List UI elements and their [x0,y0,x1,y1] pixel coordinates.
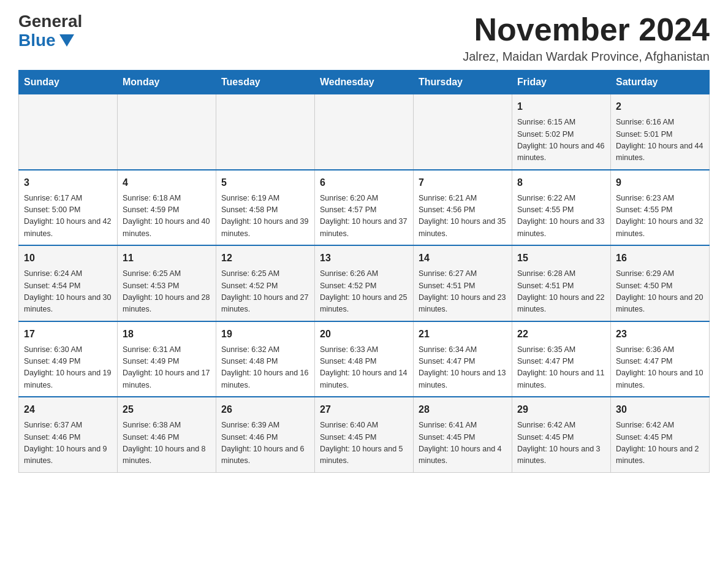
day-info: Sunrise: 6:20 AMSunset: 4:57 PMDaylight:… [320,193,408,240]
day-number: 18 [123,327,211,342]
day-number: 1 [517,99,605,114]
day-info: Sunrise: 6:19 AMSunset: 4:58 PMDaylight:… [221,193,309,240]
calendar-week-row: 24Sunrise: 6:37 AMSunset: 4:46 PMDayligh… [19,397,710,472]
day-info: Sunrise: 6:26 AMSunset: 4:52 PMDaylight:… [320,268,408,316]
day-number: 17 [24,327,112,342]
calendar-cell: 15Sunrise: 6:28 AMSunset: 4:51 PMDayligh… [512,245,611,321]
day-of-week-header: Saturday [611,71,710,94]
calendar-header-row: SundayMondayTuesdayWednesdayThursdayFrid… [19,71,710,94]
calendar-cell: 23Sunrise: 6:36 AMSunset: 4:47 PMDayligh… [611,321,710,397]
day-number: 2 [616,99,704,114]
calendar-cell: 27Sunrise: 6:40 AMSunset: 4:45 PMDayligh… [315,397,414,472]
calendar-cell [19,94,118,170]
day-of-week-header: Thursday [414,71,512,94]
calendar-cell: 11Sunrise: 6:25 AMSunset: 4:53 PMDayligh… [118,245,216,321]
day-number: 21 [419,327,507,342]
day-info: Sunrise: 6:18 AMSunset: 4:59 PMDaylight:… [123,193,211,240]
calendar-cell: 17Sunrise: 6:30 AMSunset: 4:49 PMDayligh… [19,321,118,397]
calendar-cell [118,94,216,170]
logo-blue-text: Blue [18,31,74,50]
day-info: Sunrise: 6:35 AMSunset: 4:47 PMDaylight:… [517,344,605,392]
calendar-week-row: 10Sunrise: 6:24 AMSunset: 4:54 PMDayligh… [19,245,710,321]
calendar-cell: 2Sunrise: 6:16 AMSunset: 5:01 PMDaylight… [611,94,710,170]
day-number: 20 [320,327,408,342]
day-info: Sunrise: 6:27 AMSunset: 4:51 PMDaylight:… [419,268,507,316]
day-number: 14 [419,251,507,266]
day-of-week-header: Sunday [19,71,118,94]
calendar-week-row: 3Sunrise: 6:17 AMSunset: 5:00 PMDaylight… [19,170,710,246]
day-number: 16 [616,251,704,266]
day-info: Sunrise: 6:40 AMSunset: 4:45 PMDaylight:… [320,419,408,467]
calendar-cell: 9Sunrise: 6:23 AMSunset: 4:55 PMDaylight… [611,170,710,246]
calendar-cell: 4Sunrise: 6:18 AMSunset: 4:59 PMDaylight… [118,170,216,246]
calendar-cell: 10Sunrise: 6:24 AMSunset: 4:54 PMDayligh… [19,245,118,321]
location-title: Jalrez, Maidan Wardak Province, Afghanis… [463,50,710,64]
day-info: Sunrise: 6:29 AMSunset: 4:50 PMDaylight:… [616,268,704,316]
day-info: Sunrise: 6:30 AMSunset: 4:49 PMDaylight:… [24,344,112,392]
calendar-week-row: 1Sunrise: 6:15 AMSunset: 5:02 PMDaylight… [19,94,710,170]
calendar-cell: 26Sunrise: 6:39 AMSunset: 4:46 PMDayligh… [216,397,315,472]
day-of-week-header: Monday [118,71,216,94]
calendar-cell: 25Sunrise: 6:38 AMSunset: 4:46 PMDayligh… [118,397,216,472]
calendar-cell [315,94,414,170]
calendar-cell: 1Sunrise: 6:15 AMSunset: 5:02 PMDaylight… [512,94,611,170]
calendar-cell: 5Sunrise: 6:19 AMSunset: 4:58 PMDaylight… [216,170,315,246]
calendar-cell: 29Sunrise: 6:42 AMSunset: 4:45 PMDayligh… [512,397,611,472]
calendar-cell: 13Sunrise: 6:26 AMSunset: 4:52 PMDayligh… [315,245,414,321]
calendar-cell: 16Sunrise: 6:29 AMSunset: 4:50 PMDayligh… [611,245,710,321]
day-info: Sunrise: 6:37 AMSunset: 4:46 PMDaylight:… [24,419,112,467]
day-number: 6 [320,175,408,190]
calendar-cell: 7Sunrise: 6:21 AMSunset: 4:56 PMDaylight… [414,170,512,246]
calendar-cell: 18Sunrise: 6:31 AMSunset: 4:49 PMDayligh… [118,321,216,397]
day-info: Sunrise: 6:21 AMSunset: 4:56 PMDaylight:… [419,193,507,240]
logo: General Blue [18,12,82,50]
day-info: Sunrise: 6:28 AMSunset: 4:51 PMDaylight:… [517,268,605,316]
day-number: 24 [24,402,112,417]
day-info: Sunrise: 6:16 AMSunset: 5:01 PMDaylight:… [616,117,704,164]
day-info: Sunrise: 6:25 AMSunset: 4:53 PMDaylight:… [123,268,211,316]
day-info: Sunrise: 6:15 AMSunset: 5:02 PMDaylight:… [517,117,605,164]
day-info: Sunrise: 6:24 AMSunset: 4:54 PMDaylight:… [24,268,112,316]
day-number: 8 [517,175,605,190]
calendar-cell: 28Sunrise: 6:41 AMSunset: 4:45 PMDayligh… [414,397,512,472]
day-number: 25 [123,402,211,417]
day-number: 29 [517,402,605,417]
calendar-week-row: 17Sunrise: 6:30 AMSunset: 4:49 PMDayligh… [19,321,710,397]
logo-general-text: General [18,12,82,31]
day-number: 13 [320,251,408,266]
day-info: Sunrise: 6:31 AMSunset: 4:49 PMDaylight:… [123,344,211,392]
day-number: 11 [123,251,211,266]
day-info: Sunrise: 6:22 AMSunset: 4:55 PMDaylight:… [517,193,605,240]
calendar-cell: 20Sunrise: 6:33 AMSunset: 4:48 PMDayligh… [315,321,414,397]
day-number: 27 [320,402,408,417]
day-number: 4 [123,175,211,190]
day-number: 19 [221,327,309,342]
day-info: Sunrise: 6:33 AMSunset: 4:48 PMDaylight:… [320,344,408,392]
calendar-cell: 21Sunrise: 6:34 AMSunset: 4:47 PMDayligh… [414,321,512,397]
month-title: November 2024 [463,12,710,47]
day-number: 9 [616,175,704,190]
day-number: 3 [24,175,112,190]
day-number: 10 [24,251,112,266]
calendar-cell: 19Sunrise: 6:32 AMSunset: 4:48 PMDayligh… [216,321,315,397]
day-info: Sunrise: 6:36 AMSunset: 4:47 PMDaylight:… [616,344,704,392]
day-number: 28 [419,402,507,417]
day-info: Sunrise: 6:39 AMSunset: 4:46 PMDaylight:… [221,419,309,467]
day-number: 30 [616,402,704,417]
day-info: Sunrise: 6:42 AMSunset: 4:45 PMDaylight:… [616,419,704,467]
day-number: 5 [221,175,309,190]
calendar-cell: 3Sunrise: 6:17 AMSunset: 5:00 PMDaylight… [19,170,118,246]
page-header: General Blue November 2024 Jalrez, Maida… [18,12,710,64]
day-number: 15 [517,251,605,266]
day-info: Sunrise: 6:34 AMSunset: 4:47 PMDaylight:… [419,344,507,392]
day-number: 23 [616,327,704,342]
day-number: 26 [221,402,309,417]
calendar-cell [414,94,512,170]
day-info: Sunrise: 6:32 AMSunset: 4:48 PMDaylight:… [221,344,309,392]
calendar-cell: 24Sunrise: 6:37 AMSunset: 4:46 PMDayligh… [19,397,118,472]
day-of-week-header: Friday [512,71,611,94]
day-number: 12 [221,251,309,266]
day-info: Sunrise: 6:23 AMSunset: 4:55 PMDaylight:… [616,193,704,240]
day-info: Sunrise: 6:38 AMSunset: 4:46 PMDaylight:… [123,419,211,467]
day-info: Sunrise: 6:41 AMSunset: 4:45 PMDaylight:… [419,419,507,467]
